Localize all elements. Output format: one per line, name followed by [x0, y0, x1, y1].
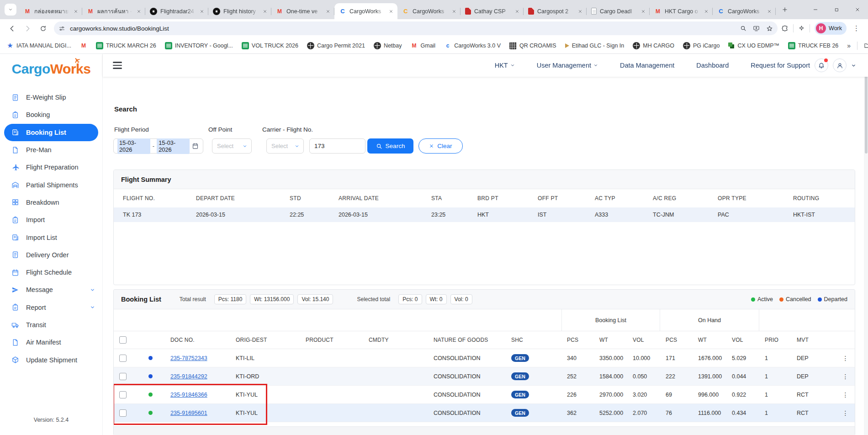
row-actions-icon[interactable]: ⋮	[835, 404, 855, 422]
tab-close-icon[interactable]	[135, 8, 143, 15]
header-nav-dashboard[interactable]: Dashboard	[696, 62, 729, 69]
browser-tab[interactable]: Cathay CSP	[460, 3, 524, 19]
row-actions-icon[interactable]: ⋮	[835, 367, 855, 385]
account-caret-icon[interactable]	[851, 63, 856, 68]
tab-close-icon[interactable]	[198, 8, 206, 15]
sidebar-item-e-weight-slip[interactable]: E-Weight Slip	[0, 89, 102, 106]
new-tab-button[interactable]	[778, 3, 791, 16]
sidebar-item-pre-man[interactable]: Pre-Man	[0, 141, 102, 159]
install-app-icon[interactable]	[753, 25, 760, 32]
browser-menu-icon[interactable]: ⋮	[851, 24, 862, 32]
clear-button[interactable]: Clear	[418, 138, 463, 154]
sidebar-item-message[interactable]: Message	[0, 281, 102, 298]
close-window-button[interactable]	[847, 0, 868, 19]
tab-close-icon[interactable]	[766, 8, 773, 15]
calendar-icon[interactable]	[192, 143, 199, 149]
browser-tab[interactable]: Flight history	[208, 3, 271, 19]
refresh-button[interactable]	[36, 21, 50, 36]
browser-tab[interactable]: CCargoWorks	[397, 3, 460, 19]
bookmark-item[interactable]: QR CROAMIS	[509, 42, 556, 49]
sidebar-item-booking-list[interactable]: Booking List	[4, 124, 98, 141]
search-button[interactable]: Search	[367, 138, 413, 154]
off-point-select[interactable]: Select	[212, 138, 252, 154]
header-nav-data-management[interactable]: Data Management	[620, 62, 674, 69]
browser-tab[interactable]: Cargo Deadl	[587, 3, 650, 19]
doc-no-link[interactable]: 235-91846366	[170, 392, 207, 398]
all-bookmarks-button[interactable]: All Bookmarks	[864, 42, 868, 49]
tab-close-icon[interactable]	[513, 8, 521, 15]
search-icon[interactable]	[740, 25, 746, 32]
back-button[interactable]	[5, 21, 19, 36]
header-nav-request-for-support[interactable]: Request for Support	[751, 62, 810, 69]
browser-tab[interactable]: Cargospot 2	[524, 3, 587, 19]
doc-no-link[interactable]: 235-91695601	[170, 410, 207, 416]
profile-chip[interactable]: H Work	[815, 22, 847, 35]
browser-tab[interactable]: CCargoWorks	[334, 3, 397, 19]
extension-sparkle-icon[interactable]	[798, 25, 805, 32]
tab-close-icon[interactable]	[577, 8, 584, 15]
tab-close-icon[interactable]	[324, 8, 332, 15]
sidebar-item-update-shipment[interactable]: Update Shipment	[0, 351, 102, 368]
address-bar[interactable]: cargoworks.know.studio/BookingList	[54, 21, 778, 35]
doc-no-link[interactable]: 235-91844292	[170, 373, 207, 380]
tab-search-button[interactable]	[5, 4, 16, 16]
bookmark-item[interactable]: MH CARGO	[633, 42, 674, 49]
bookmark-item[interactable]: TRUCK FEB 26	[788, 42, 838, 49]
row-checkbox[interactable]	[119, 391, 127, 398]
bookmark-item[interactable]: Etihad GLC - Sign In	[565, 42, 625, 49]
sidebar-item-booking[interactable]: Booking	[0, 106, 102, 123]
forward-button[interactable]	[20, 21, 35, 36]
table-row[interactable]: 235-78752343KTI-LILCONSOLIDATIONGEN34033…	[114, 349, 855, 367]
browser-tab[interactable]: Flightradar24	[145, 3, 208, 19]
bookmark-item[interactable]: ★IATA MANUAL DIGI...	[6, 42, 71, 49]
extensions-puzzle-icon[interactable]	[781, 25, 789, 32]
row-checkbox[interactable]	[119, 355, 127, 362]
bookmark-item[interactable]: TRUCK MARCH 26	[96, 42, 156, 49]
sidebar-item-report[interactable]: Report	[0, 299, 102, 316]
menu-hamburger-icon[interactable]	[113, 62, 122, 69]
browser-tab[interactable]: Mผลการค้นหา -	[82, 3, 145, 19]
sidebar-item-air-manifest[interactable]: Air Manifest	[0, 334, 102, 351]
browser-tab[interactable]: MHKT Cargo o	[650, 3, 713, 19]
notifications-button[interactable]	[815, 58, 828, 72]
row-checkbox[interactable]	[119, 373, 127, 380]
browser-tab[interactable]: Mกล่องจดหมาย	[19, 3, 82, 19]
bookmark-item[interactable]: Cargo Permit 2021	[307, 42, 365, 49]
doc-no-link[interactable]: 235-78752343	[170, 355, 207, 361]
tab-close-icon[interactable]	[261, 8, 269, 15]
sidebar-item-import[interactable]: Import	[0, 211, 102, 228]
sidebar-item-transit[interactable]: Transit	[0, 316, 102, 334]
header-nav-user-management[interactable]: User Management	[537, 62, 598, 69]
station-selector[interactable]: HKT	[495, 62, 515, 69]
bookmark-item[interactable]: cCargoWorks 3.0 V	[444, 42, 501, 49]
bookmark-item[interactable]: CX UO EDMP™	[728, 42, 779, 49]
row-checkbox[interactable]	[119, 409, 127, 417]
site-settings-icon[interactable]	[58, 25, 65, 32]
bookmark-item[interactable]: PG iCargo	[683, 42, 720, 49]
table-row[interactable]: 235-91846366KTI-YULCONSOLIDATIONGEN22629…	[114, 386, 855, 404]
account-button[interactable]	[833, 58, 847, 72]
bookmark-star-icon[interactable]	[766, 25, 773, 32]
bookmark-item[interactable]: MGmail	[411, 42, 436, 49]
flight-period-range-input[interactable]: 15-03-2026 - 15-03-2026	[113, 138, 203, 154]
sidebar-item-import-list[interactable]: Import List	[0, 228, 102, 246]
bookmarks-overflow-button[interactable]: »	[847, 42, 851, 49]
sidebar-item-breakdown[interactable]: Breakdown	[0, 194, 102, 211]
page-scrollbar[interactable]	[864, 54, 868, 435]
tab-close-icon[interactable]	[640, 8, 647, 15]
url-text[interactable]: cargoworks.know.studio/BookingList	[70, 25, 736, 32]
carrier-select[interactable]: Select	[266, 138, 304, 154]
bookmark-item[interactable]: M	[80, 42, 87, 49]
tab-close-icon[interactable]	[72, 8, 79, 15]
flight-summary-row[interactable]: TK 1732026-03-1522:252026-03-1523:25HKTI…	[114, 207, 855, 222]
sidebar-item-flight-schedule[interactable]: Flight Schedule	[0, 264, 102, 281]
date-from-value[interactable]: 15-03-2026	[117, 138, 150, 154]
select-all-checkbox[interactable]	[119, 336, 127, 344]
browser-tab[interactable]: MOne-time ve	[271, 3, 334, 19]
table-row[interactable]: 235-91695601KTI-YULCONSOLIDATIONGEN36252…	[114, 404, 855, 422]
date-to-value[interactable]: 15-03-2026	[157, 138, 190, 154]
sidebar-item-delivery-order[interactable]: Delivery Order	[0, 246, 102, 264]
browser-tab[interactable]: CCargoWorks	[713, 3, 776, 19]
maximize-button[interactable]	[826, 0, 847, 19]
row-actions-icon[interactable]: ⋮	[835, 349, 855, 367]
